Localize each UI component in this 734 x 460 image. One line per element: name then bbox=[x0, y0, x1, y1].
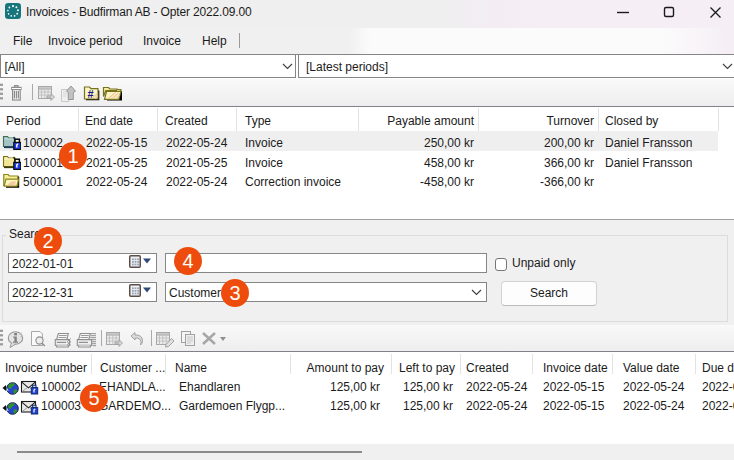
svg-text:#: # bbox=[88, 88, 94, 100]
